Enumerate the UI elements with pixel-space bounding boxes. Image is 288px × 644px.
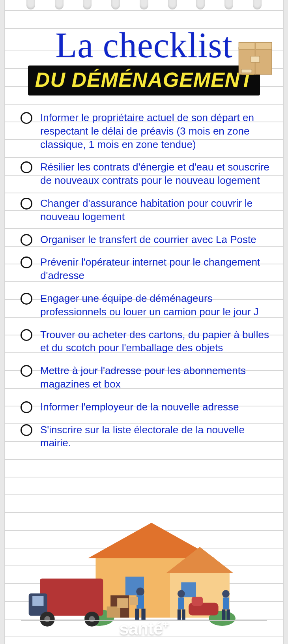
item-text: Informer le propriétaire actuel de son d…: [40, 111, 270, 151]
item-text: Mettre à jour l'adresse pour les abonnem…: [40, 364, 270, 391]
svg-rect-14: [40, 578, 103, 616]
svg-rect-22: [117, 598, 128, 608]
checkbox-circle[interactable]: [21, 234, 32, 246]
item-text: Organiser le transfert de courrier avec …: [40, 233, 256, 247]
checkbox-circle[interactable]: [21, 161, 32, 173]
svg-point-30: [178, 590, 185, 597]
checkbox-circle[interactable]: [21, 256, 32, 268]
item-text: S'inscrire sur la liste électorale de la…: [40, 423, 270, 450]
moving-illustration: [5, 502, 283, 636]
list-item: Informer le propriétaire actuel de son d…: [21, 111, 270, 151]
item-text: Prévenir l'opérateur internet pour le ch…: [40, 256, 270, 283]
svg-rect-16: [32, 596, 43, 606]
svg-rect-35: [223, 597, 229, 609]
item-text: Engager une équipe de déménageurs profes…: [40, 292, 270, 319]
item-text: Résilier les contrats d'énergie et d'eau…: [40, 161, 270, 187]
svg-rect-31: [178, 597, 184, 609]
svg-rect-21: [107, 607, 120, 618]
checkbox-circle[interactable]: [21, 329, 32, 341]
list-item: Trouver ou acheter des cartons, du papie…: [21, 328, 270, 355]
svg-rect-4: [241, 69, 252, 73]
list-item: Changer d'assurance habitation pour couv…: [21, 197, 270, 224]
item-text: Changer d'assurance habitation pour couv…: [40, 197, 270, 224]
svg-rect-27: [130, 597, 138, 605]
notepad-page: La checklist DU DÉMÉNAGEMENT Informer le…: [4, 0, 284, 644]
list-item: Engager une équipe de déménageurs profes…: [21, 292, 270, 319]
logo-plus: +: [163, 618, 168, 631]
checkbox-circle[interactable]: [21, 112, 32, 124]
header: La checklist DU DÉMÉNAGEMENT: [5, 0, 283, 95]
item-text: Informer l'employeur de la nouvelle adre…: [40, 401, 239, 414]
svg-point-34: [222, 590, 230, 597]
checkbox-circle[interactable]: [21, 401, 32, 413]
svg-point-23: [136, 588, 144, 596]
svg-rect-3: [251, 56, 260, 62]
checkbox-circle[interactable]: [21, 424, 32, 436]
list-item: S'inscrire sur la liste électorale de la…: [21, 423, 270, 450]
list-item: Mettre à jour l'adresse pour les abonnem…: [21, 364, 270, 391]
svg-rect-29: [192, 597, 203, 606]
checklist: Informer le propriétaire actuel de son d…: [5, 95, 283, 450]
list-item: Organiser le transfert de courrier avec …: [21, 233, 270, 247]
checkbox-circle[interactable]: [21, 365, 32, 377]
list-item: Prévenir l'opérateur internet pour le ch…: [21, 256, 270, 283]
cardboard-box-icon: [234, 36, 277, 80]
checkbox-circle[interactable]: [21, 198, 32, 210]
checkbox-circle[interactable]: [21, 293, 32, 305]
list-item: Résilier les contrats d'énergie et d'eau…: [21, 161, 270, 187]
title-bar: DU DÉMÉNAGEMENT: [28, 66, 260, 95]
list-item: Informer l'employeur de la nouvelle adre…: [21, 401, 270, 414]
item-text: Trouver ou acheter des cartons, du papie…: [40, 328, 270, 355]
logo-text: santé: [119, 619, 163, 638]
brand-logo: santé+: [5, 618, 283, 638]
